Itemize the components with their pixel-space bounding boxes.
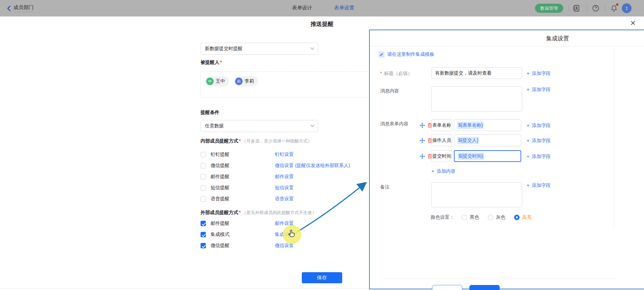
plus-icon: [527, 71, 532, 76]
panel-footer-outline-button[interactable]: [432, 285, 462, 290]
radio-black-label[interactable]: 黑色: [470, 214, 479, 220]
plus-icon: [527, 138, 532, 143]
row-name-box[interactable]: 表单名称: [431, 119, 452, 131]
dingtalk-settings-link[interactable]: 钉钉设置: [275, 152, 294, 158]
data-manage-button[interactable]: 数据管理: [535, 4, 563, 13]
checkbox[interactable]: [201, 152, 206, 157]
close-icon[interactable]: [628, 18, 638, 28]
back-button[interactable]: 成员部门: [7, 4, 34, 12]
checkbox[interactable]: [201, 196, 206, 202]
color-setting-label: 颜色设置：: [431, 214, 454, 220]
checkbox-checked[interactable]: [201, 243, 206, 248]
variable-chip: ${表单名称}: [457, 122, 484, 129]
wechat-settings-link[interactable]: 微信设置 (提醒仅发送给外部联系人): [275, 163, 350, 169]
variable-chip: ${提交时间}: [458, 153, 484, 160]
member-name: 李莉: [245, 78, 254, 84]
integration-settings-panel: 集成设置 请在这里制作集成模板 *标题（必填） 有新数据提交，请及时查看 添加字…: [369, 30, 644, 289]
add-field-link[interactable]: 添加字段: [527, 182, 551, 189]
avatar[interactable]: 1: [622, 3, 632, 13]
add-content-link[interactable]: 添加内容: [431, 168, 456, 174]
title-field-label: *标题（必填）: [380, 71, 412, 77]
move-icon[interactable]: [420, 123, 425, 128]
top-nav: 成员部门 表单设计 表单设置 数据管理 1: [0, 0, 644, 16]
row-variable-input[interactable]: ${提交人}: [454, 134, 521, 146]
chevron-down-icon: [310, 47, 315, 50]
add-field-link[interactable]: 添加字段: [527, 153, 551, 160]
notes-textarea[interactable]: [431, 182, 522, 207]
bell-icon[interactable]: [610, 4, 618, 12]
add-field-link[interactable]: 添加字段: [527, 137, 551, 144]
notes-field-label: 备注: [380, 184, 390, 190]
ext-email-settings-link[interactable]: 邮件设置: [275, 220, 294, 226]
variable-chip: ${提交人}: [457, 137, 479, 144]
integration-settings-link[interactable]: 集成设置: [275, 232, 294, 238]
message-field-label: 消息内容: [380, 88, 399, 94]
ext-wechat-settings-link[interactable]: 微信设置: [275, 243, 294, 249]
contacts-icon[interactable]: [572, 4, 580, 12]
divider: [605, 5, 605, 11]
row-variable-input-focused[interactable]: ${提交时间}: [454, 150, 521, 162]
condition-select[interactable]: 任意数据: [201, 120, 318, 132]
checkbox-ext-email-reminder[interactable]: 邮件提醒: [201, 220, 229, 226]
email-settings-link[interactable]: 邮件设置: [275, 174, 294, 180]
voice-settings-link[interactable]: 语音设置: [275, 196, 294, 202]
checkbox-voice-reminder[interactable]: 语音提醒: [201, 196, 229, 202]
add-field-link[interactable]: 添加字段: [527, 70, 551, 77]
tab-form-settings[interactable]: 表单设置: [334, 5, 354, 11]
title-input[interactable]: 有新数据提交，请及时查看: [431, 67, 522, 79]
chevron-down-icon: [310, 124, 315, 127]
checkbox-dingtalk-reminder[interactable]: 钉钉提醒: [201, 152, 229, 158]
row-name-box[interactable]: 提交时间: [431, 150, 452, 162]
condition-label: 提醒条件: [201, 110, 219, 116]
checkbox-checked[interactable]: [201, 232, 206, 237]
member-tag[interactable]: 莉 李莉: [234, 76, 258, 86]
trigger-type-select[interactable]: 新数据提交时提醒: [201, 43, 318, 55]
message-textarea[interactable]: [431, 86, 522, 112]
sms-settings-link[interactable]: 短信设置: [275, 185, 294, 191]
row-name-box[interactable]: 操作人员: [431, 134, 452, 146]
move-icon[interactable]: [420, 138, 425, 143]
checkbox-checked[interactable]: [201, 221, 206, 226]
plus-icon: [527, 182, 532, 188]
panel-footer-primary-button[interactable]: [469, 285, 500, 290]
chevron-left-icon: [7, 5, 11, 11]
radio-black[interactable]: [462, 215, 467, 220]
title-input-value: 有新数据提交，请及时查看: [435, 70, 492, 76]
edit-template-label: 请在这里制作集成模板: [387, 51, 434, 57]
member-tag[interactable]: 中 王中: [205, 76, 229, 86]
checkbox-ext-wechat-reminder[interactable]: 微信提醒: [201, 243, 229, 249]
checkbox-email-reminder[interactable]: 邮件提醒: [201, 174, 229, 180]
member-picker[interactable]: 中 王中 莉 李莉: [201, 71, 374, 97]
checkbox-wechat-reminder[interactable]: 微信提醒: [201, 163, 229, 169]
checkbox-sms-reminder[interactable]: 短信提醒: [201, 185, 229, 191]
screen: 成员部门 表单设计 表单设置 数据管理 1 推送提醒 新数据提交时提醒 被提醒人…: [0, 0, 644, 290]
row-variable-input[interactable]: ${表单名称}: [454, 119, 521, 131]
divider: [569, 5, 569, 11]
member-name: 王中: [216, 78, 225, 84]
checkbox-integration-mode[interactable]: 集成模式: [201, 232, 229, 238]
dashed-guide-line: [614, 49, 614, 227]
radio-gray[interactable]: [488, 215, 493, 220]
radio-highlight-selected[interactable]: [514, 215, 520, 220]
back-label: 成员部门: [13, 4, 34, 12]
add-field-link[interactable]: 添加字段: [527, 122, 551, 129]
checkbox[interactable]: [201, 174, 206, 179]
save-button[interactable]: 保存: [302, 272, 342, 283]
plus-icon: [527, 123, 532, 128]
radio-gray-label[interactable]: 灰色: [496, 214, 505, 220]
add-field-link[interactable]: 添加字段: [527, 86, 551, 93]
tab-form-design[interactable]: 表单设计: [292, 5, 312, 11]
edit-template-hint[interactable]: 请在这里制作集成模板: [379, 51, 434, 57]
checkbox[interactable]: [201, 185, 206, 191]
required-asterisk: *: [239, 138, 241, 143]
internal-methods-hint: （可多选，至少选择一种提醒方式）: [242, 138, 312, 143]
modal-title: 推送提醒: [0, 20, 644, 28]
panel-header: 集成设置: [370, 30, 644, 46]
move-icon[interactable]: [420, 154, 425, 159]
radio-highlight-label[interactable]: 高亮: [522, 214, 532, 220]
checkbox[interactable]: [201, 163, 206, 168]
help-icon[interactable]: [592, 4, 600, 12]
reminded-people-label: 被提醒人*: [201, 59, 222, 66]
member-avatar: 莉: [235, 78, 243, 85]
panel-title: 集成设置: [370, 35, 644, 42]
